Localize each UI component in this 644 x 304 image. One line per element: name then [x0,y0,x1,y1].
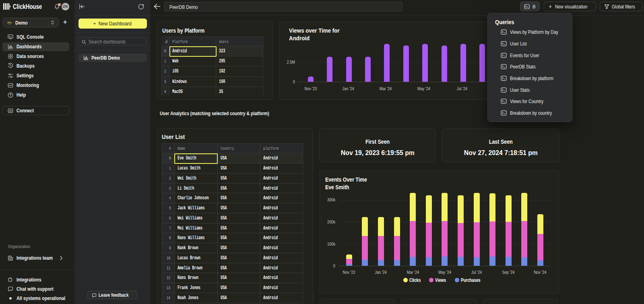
svg-text:aws: aws [7,21,12,23]
